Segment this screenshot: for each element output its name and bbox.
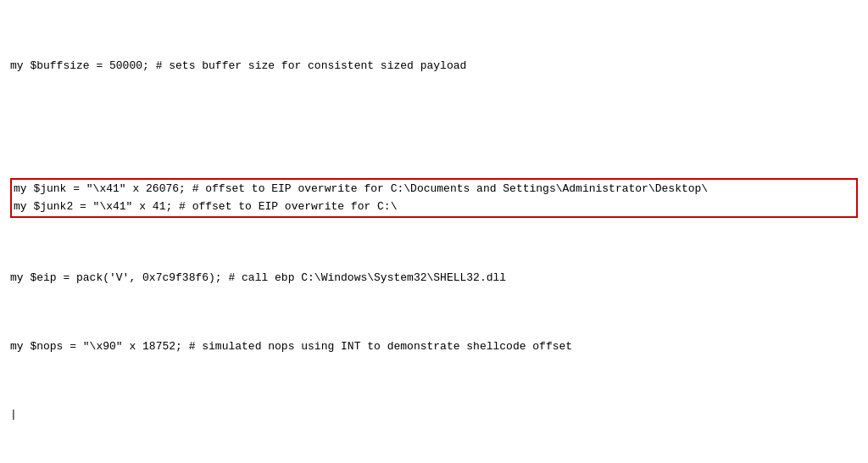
empty-line — [10, 458, 858, 463]
code-line: my $eip = pack('V', 0x7c9f38f6); # call … — [10, 270, 858, 287]
code-block: my $buffsize = 50000; # sets buffer size… — [0, 0, 868, 463]
code-line: my $nops = "\x90" x 18752; # simulated n… — [10, 338, 858, 355]
empty-line — [10, 109, 858, 126]
highlight-block: my $junk = "\x41" x 26076; # offset to E… — [10, 178, 858, 217]
code-line: my $buffsize = 50000; # sets buffer size… — [10, 58, 858, 75]
code-line: | — [10, 406, 858, 423]
